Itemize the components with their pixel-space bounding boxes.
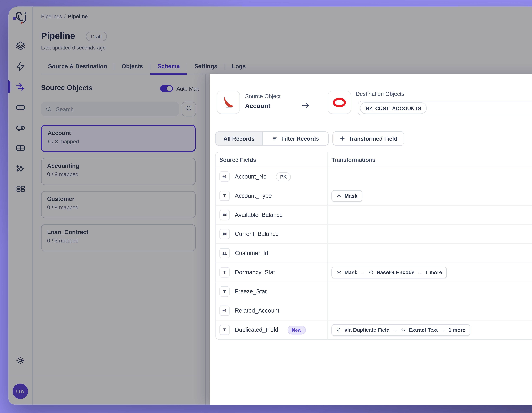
records-segmented-control: All Records Filter Records: [215, 131, 329, 146]
destination-object-chip: HZ_CUST_ACCOUNTS: [360, 102, 427, 114]
table-row: ±1Customer_Id±1APPLICATION_ID: [216, 243, 532, 263]
source-connector-box: [217, 91, 240, 114]
mapping-arrow-icon: [301, 101, 311, 110]
table-row: TAccount_TypeMaskTCUSTOMER_TYPE: [216, 186, 532, 205]
decimal-type-icon: .00: [219, 210, 230, 220]
source-object-label: Source Object: [245, 93, 281, 99]
col-source-fields: Source Fields: [216, 152, 327, 167]
chip-arrow: →: [417, 270, 422, 275]
number-type-icon: ±1: [219, 172, 230, 182]
table-row: TFreeze_StatTFREIGHT_TERM: [216, 282, 532, 301]
filter-icon: [272, 135, 278, 142]
table-body: ±1Account_NoPK±1CUST_ACCOUNT_IDTAccount_…: [216, 167, 532, 339]
chip-arrow: →: [441, 327, 446, 333]
transformation-label: Mask: [344, 193, 357, 199]
transformation-label: Extract Text: [409, 327, 438, 333]
chip-arrow: →: [392, 327, 398, 333]
source-field-name: Dormancy_Stat: [235, 269, 275, 276]
app-window: UA Pipelines/Pipeline Pipeline Draft Las…: [9, 7, 532, 404]
table-row: .00Current_BalanceSelect Field: [216, 224, 532, 243]
source-field-name: Available_Balance: [235, 211, 283, 218]
destination-object-select[interactable]: HZ_CUST_ACCOUNTS: [358, 101, 532, 115]
text-type-icon: T: [219, 191, 230, 201]
source-field-name: Duplicated_Field: [235, 327, 278, 333]
table-header-row: Source Fields Transformations Destinatio…: [216, 152, 532, 167]
transformation-label: 1 more: [425, 270, 442, 275]
copy-icon: [336, 327, 342, 333]
number-type-icon: ±1: [219, 306, 230, 316]
source-field-name: Account_Type: [235, 192, 272, 199]
plus-icon: [339, 135, 345, 142]
add-transformed-field-button[interactable]: Transformed Field: [332, 131, 404, 146]
table-row: ±1Account_NoPK±1CUST_ACCOUNT_ID: [216, 167, 532, 186]
table-row: TDuplicated_FieldNewvia Duplicate Field→…: [216, 320, 532, 339]
source-field-name: Freeze_Stat: [235, 288, 267, 295]
drawer-footer-divider: [209, 381, 532, 381]
mapping-table: Source Fields Transformations Destinatio…: [215, 152, 532, 340]
mask-icon: [336, 193, 342, 199]
source-field-name: Current_Balance: [235, 231, 279, 237]
text-type-icon: T: [219, 267, 230, 278]
pk-badge: PK: [276, 172, 291, 181]
decimal-type-icon: .00: [219, 229, 230, 239]
transformation-label: Base64 Encode: [377, 270, 415, 275]
text-type-icon: T: [219, 325, 230, 335]
source-field-name: Customer_Id: [235, 250, 268, 256]
table-row: TDormancy_StatMask→Base64 Encode→1 moreT…: [216, 263, 532, 282]
transformation-label: via Duplicate Field: [344, 327, 390, 333]
chip-arrow: →: [360, 270, 365, 275]
text-type-icon: T: [219, 287, 230, 297]
transformation-chip[interactable]: via Duplicate Field→Extract Text→1 more: [332, 324, 470, 336]
number-type-icon: ±1: [219, 248, 230, 259]
transformation-chip[interactable]: Mask→Base64 Encode→1 more: [332, 267, 447, 278]
transformation-label: 1 more: [449, 327, 466, 333]
source-field-name: Account_No: [235, 173, 267, 180]
col-transformations: Transformations: [327, 152, 532, 167]
destination-connector-box: [328, 91, 351, 114]
code-icon: [400, 327, 406, 333]
sql-server-logo-icon: [221, 95, 235, 109]
table-row: ±1Related_Account±1ACCOUNT_REPLICATION_K…: [216, 301, 532, 320]
destination-objects-label: Destination Objects: [356, 91, 404, 97]
source-object-name: Account: [245, 102, 270, 109]
source-field-name: Related_Account: [235, 307, 279, 314]
transformation-label: Mask: [344, 270, 357, 275]
all-records-button[interactable]: All Records: [216, 132, 263, 145]
filter-records-label: Filter Records: [281, 135, 319, 142]
oracle-logo-icon: [332, 97, 346, 107]
screen: UA Pipelines/Pipeline Pipeline Draft Las…: [0, 0, 532, 413]
transformed-field-label: Transformed Field: [349, 135, 397, 142]
base64-icon: [368, 270, 374, 275]
filter-records-button[interactable]: Filter Records: [263, 132, 328, 145]
new-badge: New: [288, 325, 305, 334]
table-row: .00Available_BalanceSelect Field: [216, 205, 532, 224]
transformation-chip[interactable]: Mask: [332, 190, 362, 202]
schema-drawer: Source Object Account Destination Object…: [209, 74, 532, 404]
mask-icon: [336, 270, 342, 275]
